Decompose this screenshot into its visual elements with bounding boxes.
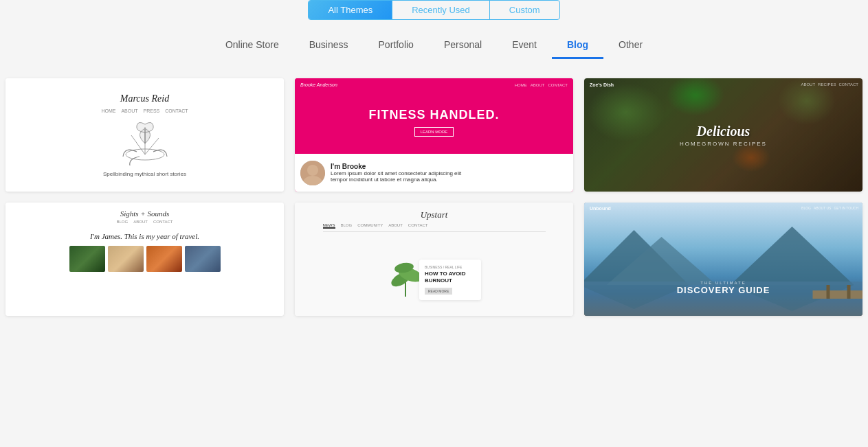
brooke-intro-name: I'm Brooke xyxy=(331,163,461,170)
category-nav: Online Store Business Portfolio Personal… xyxy=(0,20,868,59)
theme-card-zoes-dish[interactable]: Delicious HOMEGROWN RECIPES ABOUTRECIPES… xyxy=(584,78,863,192)
marcus-logo: Marcus Reid xyxy=(120,93,169,104)
top-tabs-container: All Themes Recently Used Custom xyxy=(0,0,868,20)
svg-point-5 xyxy=(307,165,318,176)
brooke-nav: HOMEABOUTCONTACT xyxy=(515,83,568,87)
svg-rect-19 xyxy=(827,285,830,299)
sights-headline: I'm James. This is my year of travel. xyxy=(82,227,208,246)
svg-rect-18 xyxy=(813,290,863,299)
theme-grid: Marcus Reid HOMEABOUTPRESSCONTACT xyxy=(0,59,868,321)
upstart-read-more[interactable]: READ MORE xyxy=(425,288,452,295)
upstart-nav: NEWSBLOGCOMMUNITYABOUTCONTACT xyxy=(323,223,546,232)
upstart-card-label: BUSINESS / REAL LIFE xyxy=(425,265,476,269)
theme-preview-zoes-dish: Delicious HOMEGROWN RECIPES ABOUTRECIPES… xyxy=(584,78,863,192)
cat-other[interactable]: Other xyxy=(603,32,658,59)
brooke-bottom: I'm Brooke Lorem ipsum dolor sit amet co… xyxy=(295,154,573,192)
marcus-illustration xyxy=(118,119,173,167)
theme-card-unbound[interactable]: BLOGABOUT USGET IN TOUCH Unbound THE ULT… xyxy=(584,203,863,316)
cat-online-store[interactable]: Online Store xyxy=(210,32,294,59)
upstart-card-title: HOW TO AVOID BURNOUT xyxy=(425,271,476,284)
brooke-intro-text: Lorem ipsum dolor sit amet consectetur a… xyxy=(331,170,461,183)
upstart-content: BUSINESS / REAL LIFE HOW TO AVOID BURNOU… xyxy=(295,232,573,316)
zoe-subtitle: HOMEGROWN RECIPES xyxy=(680,141,767,147)
unbound-text-block: THE ULTIMATE DISCOVERY GUIDE xyxy=(677,281,770,295)
photo-travel xyxy=(185,246,221,272)
cat-blog[interactable]: Blog xyxy=(552,32,603,59)
zoe-title: Delicious xyxy=(680,124,767,139)
cat-event[interactable]: Event xyxy=(497,32,552,59)
tab-recently-used[interactable]: Recently Used xyxy=(392,1,490,19)
cat-business[interactable]: Business xyxy=(294,32,364,59)
theme-preview-brooke: Brooke Anderson HOMEABOUTCONTACT FITNESS… xyxy=(295,78,573,192)
theme-preview-sights-sounds: Sights + Sounds BLOGABOUTCONTACT I'm Jam… xyxy=(5,203,284,316)
tab-custom[interactable]: Custom xyxy=(490,1,559,19)
brooke-intro-block: I'm Brooke Lorem ipsum dolor sit amet co… xyxy=(331,163,461,183)
cat-personal[interactable]: Personal xyxy=(429,32,497,59)
theme-card-upstart[interactable]: Upstart NEWSBLOGCOMMUNITYABOUTCONTACT xyxy=(295,203,573,316)
theme-card-sights-sounds[interactable]: Sights + Sounds BLOGABOUTCONTACT I'm Jam… xyxy=(5,203,284,316)
top-tab-group: All Themes Recently Used Custom xyxy=(308,0,559,20)
brooke-site-name: Brooke Anderson xyxy=(300,82,337,87)
unbound-nav: BLOGABOUT USGET IN TOUCH xyxy=(801,206,858,210)
cat-portfolio[interactable]: Portfolio xyxy=(364,32,429,59)
sights-photos xyxy=(63,246,227,272)
marcus-tagline: Spellbinding mythical short stories xyxy=(103,171,186,177)
brooke-learn-more[interactable]: LEARN MORE xyxy=(414,127,454,137)
photo-desert xyxy=(146,246,182,272)
sights-nav: BLOGABOUTCONTACT xyxy=(117,220,173,224)
photo-arch xyxy=(108,246,144,272)
svg-rect-20 xyxy=(847,285,851,299)
theme-card-marcus-reid[interactable]: Marcus Reid HOMEABOUTPRESSCONTACT xyxy=(5,78,284,192)
sights-header: Sights + Sounds BLOGABOUTCONTACT xyxy=(5,203,284,227)
photo-forest xyxy=(69,246,105,272)
brooke-avatar xyxy=(300,161,325,185)
brooke-hero: FITNESS HANDLED. LEARN MORE xyxy=(295,91,573,154)
marcus-nav: HOMEABOUTPRESSCONTACT xyxy=(101,108,188,113)
tab-all-themes[interactable]: All Themes xyxy=(309,1,392,19)
sights-logo: Sights + Sounds xyxy=(120,209,170,218)
brooke-hero-text: FITNESS HANDLED. xyxy=(368,108,499,122)
unbound-title: DISCOVERY GUIDE xyxy=(677,285,770,295)
theme-preview-upstart: Upstart NEWSBLOGCOMMUNITYABOUTCONTACT xyxy=(295,203,573,316)
theme-card-brooke[interactable]: Brooke Anderson HOMEABOUTCONTACT FITNESS… xyxy=(295,78,573,192)
theme-preview-unbound: BLOGABOUT USGET IN TOUCH Unbound THE ULT… xyxy=(584,203,863,316)
unbound-site-name: Unbound xyxy=(590,206,611,211)
zoe-site-name: Zoe's Dish xyxy=(590,82,614,87)
zoe-nav: ABOUTRECIPESCONTACT xyxy=(801,82,858,87)
upstart-blog-card: BUSINESS / REAL LIFE HOW TO AVOID BURNOU… xyxy=(419,260,481,299)
brooke-header: Brooke Anderson HOMEABOUTCONTACT xyxy=(295,78,573,91)
theme-preview-marcus-reid: Marcus Reid HOMEABOUTPRESSCONTACT xyxy=(5,78,284,192)
upstart-logo: Upstart xyxy=(421,209,448,220)
